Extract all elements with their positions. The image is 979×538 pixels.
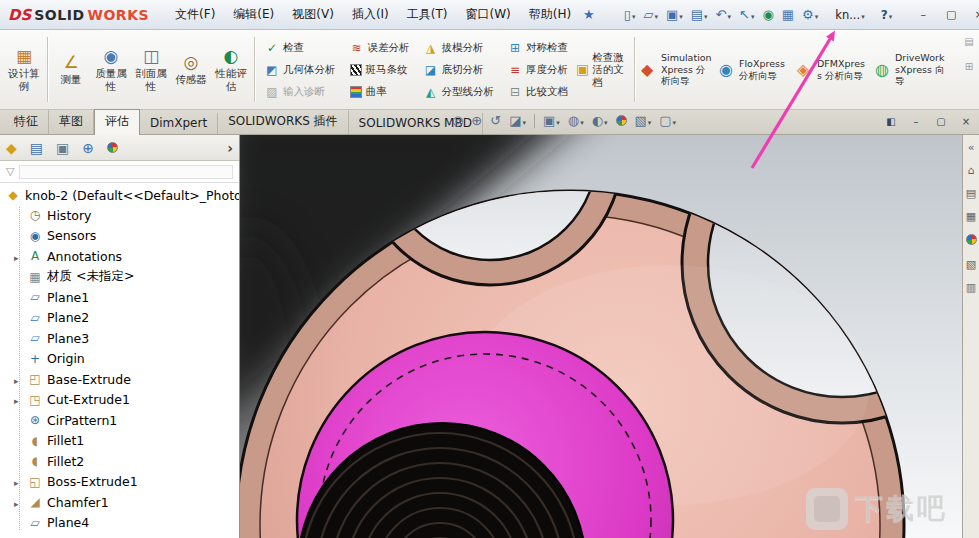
draft-analysis-button[interactable]: ◮拔模分析: [419, 37, 500, 58]
tree-filter-input[interactable]: [19, 165, 233, 179]
doc-close-button[interactable]: ×: [958, 114, 974, 129]
geometry-analysis-button[interactable]: ◩几何体分析: [260, 59, 341, 80]
edit-appearance-icon[interactable]: [616, 115, 627, 126]
design-study-button[interactable]: ▦ 设计算例: [4, 32, 44, 107]
undo-button[interactable]: ↶: [713, 5, 734, 24]
collapse-taskpane-icon[interactable]: «: [968, 142, 975, 154]
symmetry-check-button[interactable]: ⊞对称检查: [503, 37, 573, 58]
tree-item-chamfer1[interactable]: ◢Chamfer1: [0, 492, 239, 513]
open-button[interactable]: ▱: [640, 5, 661, 24]
file-explorer-icon[interactable]: ▦: [966, 211, 976, 223]
deviation-analysis-button[interactable]: ≋误差分析: [345, 37, 415, 58]
section-view-icon[interactable]: ◪: [509, 113, 526, 128]
doc-minimize-button[interactable]: –: [908, 114, 924, 129]
menu-window[interactable]: 窗口(W): [457, 3, 518, 26]
tree-item-origin[interactable]: +Origin: [0, 349, 239, 370]
custom-properties-icon[interactable]: ▥: [966, 282, 976, 294]
menu-help[interactable]: 帮助(H): [521, 3, 579, 26]
options-button[interactable]: ⚙: [799, 5, 821, 24]
zoom-fit-icon[interactable]: ◎: [452, 113, 463, 128]
doc-pane-button[interactable]: ◧: [883, 114, 899, 129]
pin-star-icon[interactable]: ★: [583, 7, 595, 22]
compare-documents-button[interactable]: ⊟比较文档: [503, 81, 573, 102]
tree-item-material[interactable]: ▦材质 <未指定>: [0, 267, 239, 288]
dfmxpress-button[interactable]: ◈ DFMXpress 分析向导: [794, 32, 872, 107]
tree-item-sensors[interactable]: ◉Sensors: [0, 226, 239, 247]
expand-arrow-icon[interactable]: [14, 249, 24, 264]
resources-icon[interactable]: ⌂: [968, 165, 975, 177]
configurationmanager-tab-icon[interactable]: ▣: [56, 140, 69, 156]
zoom-area-icon[interactable]: ⊕: [471, 113, 482, 128]
tree-item-plane3[interactable]: ▱Plane3: [0, 328, 239, 349]
tree-root-item[interactable]: ◆ knob-2 (Default<<Default>_PhotoWork: [0, 185, 239, 205]
undercut-analysis-button[interactable]: ◪底切分析: [419, 59, 500, 80]
view-orientation-icon[interactable]: ▣: [543, 113, 560, 128]
maximize-button[interactable]: ▢: [938, 5, 964, 25]
tab-features[interactable]: 特征: [4, 110, 49, 134]
expand-arrow-icon[interactable]: [14, 372, 24, 387]
help-button[interactable]: ?: [877, 6, 896, 24]
ribbon-overflow-icon[interactable]: ▤: [964, 36, 973, 47]
sensor-button[interactable]: ◎ 传感器: [171, 32, 211, 107]
display-settings-button[interactable]: ▦: [779, 5, 797, 24]
curvature-button[interactable]: 曲率: [345, 81, 415, 102]
menu-view[interactable]: 视图(V): [284, 3, 342, 26]
hide-show-items-icon[interactable]: ◐: [592, 113, 608, 128]
tree-item-plane1[interactable]: ▱Plane1: [0, 287, 239, 308]
menu-edit[interactable]: 编辑(E): [225, 3, 282, 26]
expand-pane-icon[interactable]: ›: [227, 140, 233, 156]
section-properties-button[interactable]: ◫ 剖面属性: [131, 32, 171, 107]
view-settings-icon[interactable]: ▢: [659, 113, 676, 128]
expand-arrow-icon[interactable]: [14, 474, 24, 489]
expand-arrow-icon[interactable]: [14, 392, 24, 407]
menu-file[interactable]: 文件(F): [167, 3, 223, 26]
new-document-button[interactable]: ▯: [621, 5, 639, 24]
tree-item-plane4[interactable]: ▱Plane4: [0, 513, 239, 534]
display-style-icon[interactable]: ◍: [568, 113, 584, 128]
displaymanager-tab-icon[interactable]: [107, 140, 118, 156]
tree-item-boss-extrude1[interactable]: ◱Boss-Extrude1: [0, 472, 239, 493]
save-button[interactable]: ▣: [663, 5, 686, 24]
tree-item-annotations[interactable]: AAnnotations: [0, 246, 239, 267]
appearances-icon[interactable]: [966, 234, 977, 248]
performance-evaluation-button[interactable]: ◐ 性能评估: [211, 32, 251, 107]
doc-restore-button[interactable]: ▢: [933, 114, 949, 129]
featuremanager-tab-icon[interactable]: ◆: [6, 140, 17, 156]
menu-insert[interactable]: 插入(I): [344, 3, 397, 26]
menu-tools[interactable]: 工具(T): [399, 3, 456, 26]
tree-item-plane2[interactable]: ▱Plane2: [0, 308, 239, 329]
select-button[interactable]: ↖: [736, 5, 757, 24]
expand-arrow-icon[interactable]: [14, 495, 24, 510]
tree-item-cirpattern1[interactable]: ⊛CirPattern1: [0, 410, 239, 431]
dimxpertmanager-tab-icon[interactable]: ⊕: [82, 140, 94, 156]
check-active-documents-button[interactable]: ▣ 检查激活的文档: [575, 32, 631, 107]
zebra-stripes-button[interactable]: 斑马条纹: [345, 59, 415, 80]
close-button[interactable]: ×: [966, 5, 979, 25]
minimize-button[interactable]: –: [910, 5, 936, 25]
mass-properties-button[interactable]: ◉ 质量属性: [91, 32, 131, 107]
tree-item-fillet2[interactable]: ◖Fillet2: [0, 451, 239, 472]
print-button[interactable]: ▤: [688, 5, 711, 24]
driveworksxpress-button[interactable]: ◍ DriveWorksXpress 向导: [872, 32, 950, 107]
apply-scene-icon[interactable]: ▧: [635, 113, 652, 128]
floxpress-button[interactable]: ◉ FloXpress 分析向导: [716, 32, 794, 107]
measure-button[interactable]: ∠ 测量: [51, 32, 91, 107]
view-palette-icon[interactable]: ▧: [966, 259, 976, 271]
tree-item-history[interactable]: ◷History: [0, 205, 239, 226]
tree-item-cut-extrude1[interactable]: ◳Cut-Extrude1: [0, 390, 239, 411]
rebuild-button[interactable]: ◉: [759, 5, 776, 24]
propertymanager-tab-icon[interactable]: ▤: [30, 140, 43, 156]
graphics-viewport[interactable]: 下载吧: [240, 135, 962, 538]
previous-view-icon[interactable]: ↺: [490, 113, 501, 128]
design-library-icon[interactable]: ▤: [966, 188, 976, 200]
thickness-analysis-button[interactable]: ≡厚度分析: [503, 59, 573, 80]
tab-sketch[interactable]: 草图: [49, 110, 94, 134]
ribbon-overflow-icon[interactable]: ⊞: [965, 61, 973, 72]
tab-evaluate[interactable]: 评估: [94, 109, 140, 135]
tree-item-fillet1[interactable]: ◖Fillet1: [0, 431, 239, 452]
tab-dimxpert[interactable]: DimXpert: [140, 113, 218, 134]
parting-line-analysis-button[interactable]: ◭分型线分析: [419, 81, 500, 102]
tree-item-base-extrude[interactable]: ◰Base-Extrude: [0, 369, 239, 390]
simulationxpress-button[interactable]: ◆ SimulationXpress 分析向导: [638, 32, 716, 107]
tab-solidworks-addins[interactable]: SOLIDWORKS 插件: [218, 110, 348, 134]
